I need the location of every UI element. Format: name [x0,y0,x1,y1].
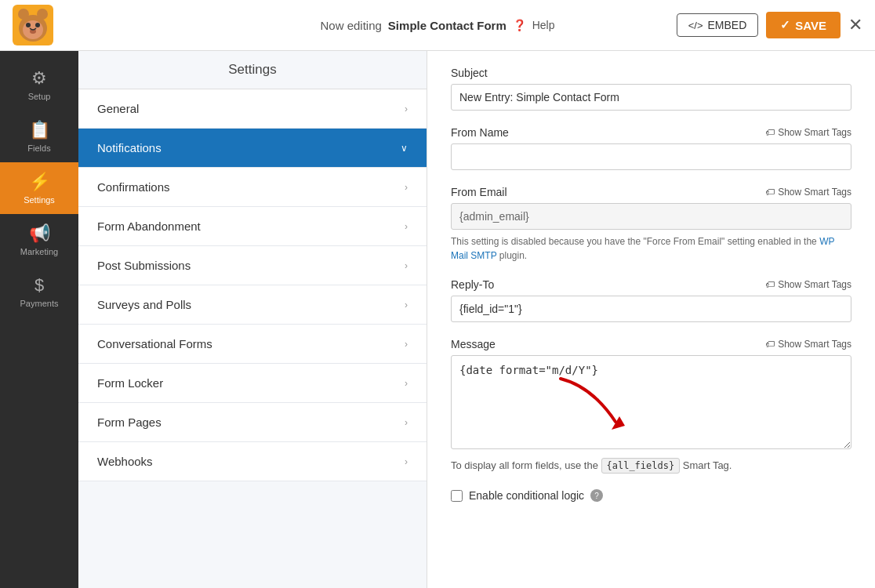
content-area: Subject From Name 🏷 Show Smart Tags From… [427,51,875,588]
icon-sidebar: ⚙ Setup 📋 Fields ⚡ Settings 📢 Marketing … [0,51,78,588]
help-icon: ❓ [513,19,526,31]
setup-label: Setup [28,92,51,101]
settings-header: Settings [78,51,427,89]
menu-item-form-locker[interactable]: Form Locker › [78,364,427,403]
subject-field-group: Subject [451,67,851,111]
all-fields-suffix: Smart Tag. [683,459,732,471]
conditional-logic-checkbox[interactable] [451,490,463,502]
confirmations-label: Confirmations [97,180,170,194]
main-layout: ⚙ Setup 📋 Fields ⚡ Settings 📢 Marketing … [0,51,875,588]
from-name-smart-tags-label: Show Smart Tags [778,127,851,138]
from-email-notice-text: This setting is disabled because you hav… [451,236,817,247]
save-button[interactable]: ✓ SAVE [766,12,841,38]
subject-label: Subject [451,67,488,79]
tag-icon-4: 🏷 [765,339,775,350]
notifications-label: Notifications [97,141,162,154]
topbar-center: Now editing Simple Contact Form ❓ Help [320,19,554,32]
all-fields-note: To display all form fields, use the {all… [451,458,851,474]
conditional-logic-label[interactable]: Enable conditional logic [469,489,584,502]
sidebar-item-settings[interactable]: ⚡ Settings [0,162,78,214]
menu-item-surveys-polls[interactable]: Surveys and Polls › [78,285,427,325]
subject-input[interactable] [451,84,851,111]
marketing-label: Marketing [20,247,58,256]
chevron-down-icon: ∨ [401,143,408,154]
now-editing-label: Now editing [320,19,381,32]
from-name-smart-tags-link[interactable]: 🏷 Show Smart Tags [765,127,851,138]
message-smart-tags-label: Show Smart Tags [778,339,851,350]
logo [13,5,53,45]
sidebar-item-marketing[interactable]: 📢 Marketing [0,214,78,266]
settings-label: Settings [24,195,55,205]
chevron-right-icon-4: › [405,260,408,271]
checkmark-icon: ✓ [780,18,790,32]
chevron-right-icon-3: › [405,221,408,232]
topbar: Now editing Simple Contact Form ❓ Help <… [0,0,875,51]
close-button[interactable]: ✕ [848,15,862,35]
reply-to-label: Reply-To [451,278,494,291]
general-label: General [97,102,139,115]
fields-icon: 📋 [29,120,50,140]
form-name: Simple Contact Form [388,19,506,32]
menu-item-confirmations[interactable]: Confirmations › [78,168,427,207]
sidebar-item-fields[interactable]: 📋 Fields [0,111,78,162]
chevron-right-icon-6: › [405,339,408,350]
menu-item-webhooks[interactable]: Webhooks › [78,442,427,481]
all-fields-badge: {all_fields} [601,458,681,474]
menu-item-form-pages[interactable]: Form Pages › [78,403,427,442]
payments-label: Payments [20,299,59,308]
from-email-notice: This setting is disabled because you hav… [451,234,851,263]
tag-icon-2: 🏷 [765,187,775,198]
from-email-smart-tags-link[interactable]: 🏷 Show Smart Tags [765,187,851,198]
payments-icon: $ [34,275,44,296]
conversational-forms-label: Conversational Forms [97,337,212,350]
logo-icon [13,5,53,45]
marketing-icon: 📢 [29,223,50,244]
reply-to-input[interactable] [451,296,851,322]
sidebar-item-payments[interactable]: $ Payments [0,266,78,318]
menu-item-conversational-forms[interactable]: Conversational Forms › [78,325,427,364]
reply-to-smart-tags-label: Show Smart Tags [778,279,851,290]
from-name-field-group: From Name 🏷 Show Smart Tags [451,126,851,170]
help-circle-icon[interactable]: ? [590,489,603,502]
chevron-right-icon-5: › [405,299,408,310]
from-email-field-group: From Email 🏷 Show Smart Tags This settin… [451,186,851,263]
form-locker-label: Form Locker [97,376,163,390]
sidebar-item-setup[interactable]: ⚙ Setup [0,59,78,111]
svg-point-5 [26,23,31,27]
from-name-label-row: From Name 🏷 Show Smart Tags [451,126,851,139]
help-label: Help [532,19,555,31]
tag-icon-3: 🏷 [765,279,775,290]
gear-icon: ⚙ [31,68,47,89]
from-email-input[interactable] [451,203,851,230]
reply-to-field-group: Reply-To 🏷 Show Smart Tags [451,278,851,322]
menu-item-notifications[interactable]: Notifications ∨ [78,129,427,168]
form-abandonment-label: Form Abandonment [97,220,201,233]
reply-to-smart-tags-link[interactable]: 🏷 Show Smart Tags [765,279,851,290]
message-smart-tags-link[interactable]: 🏷 Show Smart Tags [765,339,851,350]
chevron-right-icon-7: › [405,378,408,389]
from-email-notice-suffix: plugin. [499,250,527,261]
fields-label: Fields [27,143,50,153]
from-email-label: From Email [451,186,507,198]
message-label-row: Message 🏷 Show Smart Tags [451,338,851,350]
chevron-right-icon: › [405,103,408,114]
surveys-polls-label: Surveys and Polls [97,298,191,311]
embed-label: EMBED [707,19,746,31]
chevron-right-icon-9: › [405,456,408,467]
settings-icon: ⚡ [29,172,50,192]
reply-to-label-row: Reply-To 🏷 Show Smart Tags [451,278,851,291]
menu-item-general[interactable]: General › [78,89,427,129]
message-field-group: Message 🏷 Show Smart Tags {date format="… [451,338,851,474]
webhooks-label: Webhooks [97,455,153,468]
message-textarea[interactable]: {date format="m/d/Y"} [451,355,851,449]
menu-item-form-abandonment[interactable]: Form Abandonment › [78,207,427,246]
settings-sidebar: Settings General › Notifications ∨ Confi… [78,51,427,588]
tag-icon-1: 🏷 [765,127,775,138]
menu-item-post-submissions[interactable]: Post Submissions › [78,246,427,285]
chevron-right-icon-8: › [405,417,408,428]
subject-field-label-row: Subject [451,67,851,79]
embed-button[interactable]: </> EMBED [677,13,759,37]
from-name-input[interactable] [451,143,851,170]
settings-menu: General › Notifications ∨ Confirmations … [78,89,427,588]
save-label: SAVE [795,19,826,32]
